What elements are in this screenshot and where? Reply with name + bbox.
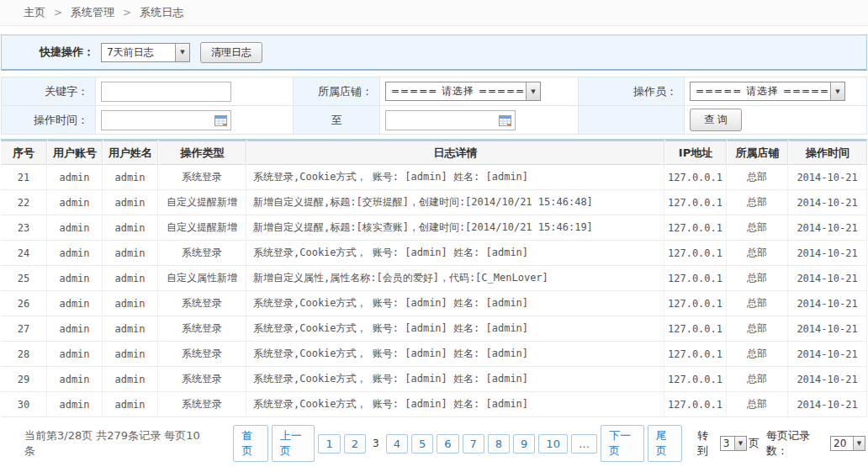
page-button-5[interactable]: 5 [411,434,433,454]
cell-username: admin [103,215,158,241]
breadcrumb-separator: > [123,7,131,19]
per-page-value: 20 [831,437,853,450]
operator-select[interactable]: ===== 请选择 ===== ▼ [690,82,845,101]
col-header-seq: 序号 [1,139,47,165]
cell-account: admin [47,266,103,291]
cell-account: admin [47,342,103,367]
search-cell: 查 询 [685,106,867,135]
cell-ip: 127.0.0.1 [664,392,727,417]
goto-suffix: 页 [749,436,760,451]
cell-username: admin [103,342,158,367]
time-to-input[interactable] [385,110,516,130]
per-page-select[interactable]: 20 ▼ [830,436,865,451]
chevron-down-icon[interactable]: ▼ [526,82,540,100]
table-row: 27adminadmin系统登录系统登录,Cookie方式， 账号: [admi… [1,316,867,342]
page-button-9[interactable]: 9 [513,434,535,454]
page-button-7[interactable]: 7 [463,434,484,454]
cell-account: admin [47,392,103,417]
calendar-icon[interactable] [499,115,511,126]
time-from-input[interactable] [101,110,231,130]
store-label: 所属店铺： [294,77,380,106]
chevron-down-icon[interactable]: ▼ [830,82,844,100]
cell-username: admin [103,367,158,392]
cell-account: admin [47,215,103,241]
page-current: 3 [369,435,383,452]
page-button-4[interactable]: 4 [386,434,408,454]
cell-seq: 25 [1,266,47,291]
cell-store: 总部 [727,342,788,367]
per-page-label: 每页记录数： [766,428,828,459]
chevron-down-icon[interactable]: ▼ [175,44,189,61]
cell-ip: 127.0.0.1 [664,291,727,316]
table-row: 21adminadmin系统登录系统登录,Cookie方式， 账号: [admi… [1,165,867,190]
log-table: 序号 用户账号 用户姓名 操作类型 日志详情 IP地址 所属店铺 操作时间 21… [1,139,867,417]
cell-store: 总部 [727,165,788,190]
goto-page-group: 转到 3 ▼ 页 每页记录数： 20 ▼ [697,428,867,459]
cell-ip: 127.0.0.1 [664,190,727,215]
cell-store: 总部 [727,190,788,215]
operator-label: 操作员： [579,77,685,106]
cell-seq: 21 [1,165,47,190]
keyword-input[interactable] [101,82,231,102]
table-row: 26adminadmin系统登录系统登录,Cookie方式， 账号: [admi… [1,291,867,316]
cell-op-type: 自定义提醒新增 [158,215,246,241]
cell-op-time: 2014-10-21 [788,291,867,316]
goto-page-value: 3 [721,437,734,450]
page-button-10[interactable]: 10 [538,434,568,454]
cell-store: 总部 [727,266,788,291]
cell-op-time: 2014-10-21 [788,190,867,215]
table-row: 23adminadmin自定义提醒新增新增自定义提醒,标题:[核实查账]，创建时… [1,215,867,241]
next-page-button[interactable]: 下一页 [601,425,644,462]
cell-seq: 30 [1,392,47,417]
pagination-summary: 当前第3/28页 共279条记录 每页10条 [24,428,203,459]
cell-detail: 系统登录,Cookie方式， 账号: [admin] 姓名: [admin] [246,291,664,316]
breadcrumb-home[interactable]: 主页 [24,6,45,19]
search-button[interactable]: 查 询 [690,109,742,131]
cell-detail: 新增自定义属性,属性名称:[会员的爱好]，代码:[C_MenLover] [246,266,664,291]
page-button-2[interactable]: 2 [344,434,366,454]
cell-op-type: 系统登录 [158,241,246,266]
first-page-button[interactable]: 首页 [233,425,267,462]
chevron-down-icon[interactable]: ▼ [734,437,746,450]
cell-op-time: 2014-10-21 [788,215,867,241]
cell-op-type: 系统登录 [158,342,246,367]
cell-store: 总部 [727,367,788,392]
page-button-…[interactable]: … [571,434,597,454]
cell-detail: 系统登录,Cookie方式， 账号: [admin] 姓名: [admin] [246,241,664,266]
breadcrumb-system-manage[interactable]: 系统管理 [71,6,114,19]
page-button-6[interactable]: 6 [437,434,458,454]
cell-op-type: 自定义属性新增 [158,266,246,291]
breadcrumb-separator: > [54,7,62,19]
store-select[interactable]: ===== 请选择 ===== ▼ [385,82,541,101]
page-number-list: 12345678910… [316,434,598,454]
table-row: 30adminadmin系统登录系统登录,Cookie方式， 账号: [admi… [1,392,867,417]
prev-page-button[interactable]: 上一页 [272,425,315,462]
quick-operations-label: 快捷操作： [2,45,94,60]
table-row: 22adminadmin自定义提醒新增新增自定义提醒,标题:[交班提醒]，创建时… [1,190,867,215]
keyword-cell [96,77,294,106]
clear-log-button[interactable]: 清理日志 [200,42,262,63]
cell-username: admin [103,316,158,342]
time-to-cell [380,106,579,135]
breadcrumb-system-log: 系统日志 [140,6,183,19]
chevron-down-icon[interactable]: ▼ [853,437,865,450]
calendar-icon[interactable] [214,115,227,126]
goto-page-select[interactable]: 3 ▼ [720,436,747,451]
cell-username: admin [103,241,158,266]
cell-op-time: 2014-10-21 [788,165,867,190]
col-header-store: 所属店铺 [727,139,788,165]
last-page-button[interactable]: 尾页 [648,425,682,462]
cell-detail: 系统登录,Cookie方式， 账号: [admin] 姓名: [admin] [246,392,664,417]
cell-detail: 系统登录,Cookie方式， 账号: [admin] 姓名: [admin] [246,342,664,367]
table-row: 28adminadmin系统登录系统登录,Cookie方式， 账号: [admi… [1,342,867,367]
col-header-op-time: 操作时间 [788,139,867,165]
table-row: 24adminadmin系统登录系统登录,Cookie方式， 账号: [admi… [1,241,867,266]
page-button-8[interactable]: 8 [488,434,510,454]
cell-store: 总部 [727,215,788,241]
table-row: 25adminadmin自定义属性新增新增自定义属性,属性名称:[会员的爱好]，… [1,266,867,291]
page-button-1[interactable]: 1 [318,434,340,454]
log-age-select[interactable]: 7天前日志 ▼ [101,43,190,62]
cell-detail: 系统登录,Cookie方式， 账号: [admin] 姓名: [admin] [246,316,664,342]
cell-ip: 127.0.0.1 [664,316,727,342]
cell-op-time: 2014-10-21 [788,241,867,266]
